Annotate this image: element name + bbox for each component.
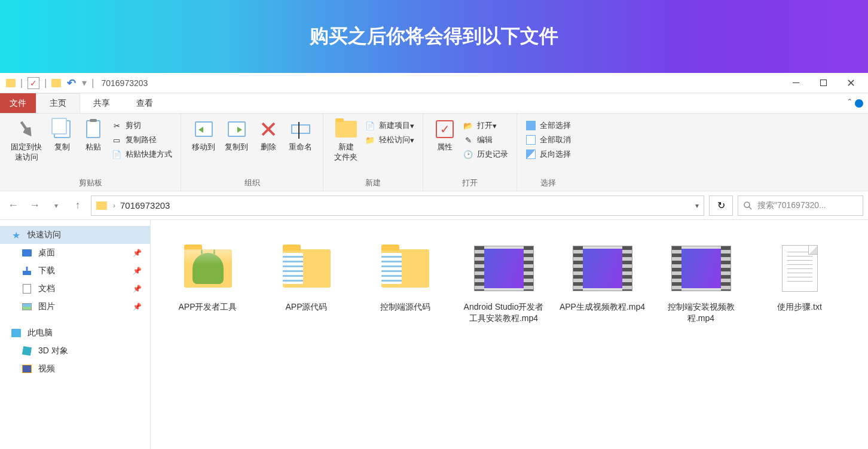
sidebar-item-documents[interactable]: 文档 📌	[0, 280, 150, 298]
sidebar-item-quick-access[interactable]: ★ 快速访问	[0, 226, 150, 244]
select-none-button[interactable]: 全部取消	[523, 133, 573, 147]
invert-selection-button[interactable]: 反向选择	[523, 147, 573, 161]
qat-checkbox-icon[interactable]: ✓	[27, 77, 39, 89]
file-item[interactable]: Android Studio开发者工具安装教程.mp4	[457, 237, 550, 326]
file-item[interactable]: 控制端源代码	[359, 237, 451, 326]
new-folder-button[interactable]: 新建 文件夹	[329, 116, 362, 165]
properties-icon: ✓	[436, 120, 454, 138]
paste-icon	[86, 120, 100, 138]
delete-icon	[260, 121, 277, 138]
folder-icon	[184, 249, 232, 288]
folder-icon	[335, 121, 357, 138]
paste-button[interactable]: 粘贴	[78, 116, 109, 155]
address-dropdown-icon[interactable]: ▾	[695, 201, 699, 210]
pin-icon: 📌	[133, 267, 142, 275]
back-button[interactable]: ←	[5, 197, 22, 214]
select-none-icon	[526, 135, 536, 145]
window-title: 7016973203	[101, 78, 148, 88]
address-bar-row: ← → ▾ ↑ › 7016973203 ▾ ↻ 搜索"701697320...	[0, 191, 868, 220]
copy-path-button[interactable]: ▭复制路径	[109, 133, 175, 147]
tab-file[interactable]: 文件	[0, 93, 36, 113]
ribbon-collapse[interactable]: ˆ	[848, 93, 868, 113]
ribbon-group-clipboard: 固定到快 速访问 复制 粘贴 ✂剪切 ▭复制路径 📄粘贴快捷方式 剪贴板	[0, 114, 181, 191]
rename-button[interactable]: 重命名	[284, 116, 317, 155]
address-bar[interactable]: › 7016973203 ▾	[91, 196, 704, 216]
select-all-button[interactable]: 全部选择	[523, 118, 573, 133]
easy-access-icon: 📁	[365, 135, 375, 145]
history-button[interactable]: 🕑历史记录	[460, 147, 511, 161]
copy-button[interactable]: 复制	[47, 116, 78, 155]
video-icon	[573, 246, 632, 291]
file-item[interactable]: 使用步骤.txt	[753, 237, 846, 326]
properties-button[interactable]: ✓ 属性	[429, 116, 460, 155]
copy-to-button[interactable]: 复制到	[220, 116, 253, 155]
file-item[interactable]: 控制端安装视频教程.mp4	[655, 237, 747, 326]
chevron-right-icon: ›	[113, 201, 115, 210]
pin-icon	[16, 118, 36, 140]
sidebar: ★ 快速访问 桌面 📌 下载 📌 文档 📌 图片 📌 此电脑	[0, 220, 151, 449]
invert-icon	[526, 149, 536, 159]
tab-share[interactable]: 共享	[80, 93, 123, 113]
file-item[interactable]: APP生成视频教程.mp4	[556, 237, 649, 326]
file-item[interactable]: APP源代码	[260, 237, 353, 326]
folder-icon	[283, 249, 331, 288]
ribbon-group-open: ✓ 属性 📂打开 ▾ ✎编辑 🕑历史记录 打开	[423, 114, 517, 191]
history-icon: 🕑	[463, 149, 473, 160]
svg-line-1	[749, 207, 751, 209]
maximize-button[interactable]	[809, 74, 837, 93]
shortcut-icon: 📄	[111, 149, 122, 160]
main-area: ★ 快速访问 桌面 📌 下载 📌 文档 📌 图片 📌 此电脑	[0, 220, 868, 449]
sidebar-item-pictures[interactable]: 图片 📌	[0, 298, 150, 316]
path-icon: ▭	[111, 135, 122, 145]
cut-button[interactable]: ✂剪切	[109, 118, 175, 133]
file-item[interactable]: APP开发者工具	[161, 237, 254, 326]
search-icon	[743, 201, 753, 210]
move-icon	[195, 121, 213, 137]
video-icon	[22, 365, 32, 373]
undo-icon[interactable]: ↶	[67, 77, 76, 90]
recent-dropdown[interactable]: ▾	[48, 197, 65, 214]
refresh-button[interactable]: ↻	[709, 196, 733, 216]
easy-access-button[interactable]: 📁轻松访问 ▾	[362, 133, 417, 147]
sidebar-item-downloads[interactable]: 下载 📌	[0, 262, 150, 280]
new-item-button[interactable]: 📄新建项目 ▾	[362, 118, 417, 133]
forward-button[interactable]: →	[26, 197, 43, 214]
pin-icon: 📌	[133, 303, 142, 311]
sidebar-item-desktop[interactable]: 桌面 📌	[0, 244, 150, 262]
text-file-icon	[782, 245, 818, 292]
ribbon-tabs: 文件 主页 共享 查看 ˆ	[0, 93, 868, 114]
open-button[interactable]: 📂打开 ▾	[460, 118, 511, 133]
download-icon	[23, 267, 31, 275]
minimize-button[interactable]	[782, 74, 809, 93]
pc-icon	[11, 329, 21, 337]
paste-shortcut-button[interactable]: 📄粘贴快捷方式	[109, 147, 175, 161]
banner-title: 购买之后你将会得到以下文件	[310, 23, 558, 50]
new-item-icon: 📄	[365, 120, 375, 131]
edit-button[interactable]: ✎编辑	[460, 133, 511, 147]
video-icon	[474, 246, 534, 291]
move-to-button[interactable]: 移动到	[187, 116, 220, 155]
video-icon	[671, 246, 731, 291]
up-button[interactable]: ↑	[69, 197, 86, 214]
sidebar-item-this-pc[interactable]: 此电脑	[0, 324, 150, 342]
pin-icon: 📌	[133, 249, 142, 257]
sidebar-item-3d-objects[interactable]: 3D 对象	[0, 342, 150, 360]
help-icon[interactable]	[855, 99, 863, 108]
qat-folder-icon[interactable]	[51, 79, 61, 87]
pin-to-quick-access-button[interactable]: 固定到快 速访问	[6, 116, 47, 165]
folder-icon	[381, 249, 429, 288]
search-input[interactable]: 搜索"701697320...	[738, 196, 863, 216]
copy-to-icon	[228, 121, 246, 137]
edit-icon: ✎	[463, 135, 473, 145]
tab-view[interactable]: 查看	[123, 93, 166, 113]
tab-home[interactable]: 主页	[36, 93, 80, 113]
file-view[interactable]: APP开发者工具 APP源代码 控制端源代码 Android Studio开发者…	[151, 220, 868, 449]
ribbon-group-organize: 移动到 复制到 删除 重命名 组织	[181, 114, 323, 191]
delete-button[interactable]: 删除	[253, 116, 284, 155]
promo-banner: 购买之后你将会得到以下文件	[0, 0, 868, 73]
document-icon	[23, 284, 31, 294]
close-button[interactable]: ✕	[837, 74, 864, 93]
sidebar-item-videos[interactable]: 视频	[0, 360, 150, 378]
pictures-icon	[22, 303, 32, 310]
copy-icon	[54, 120, 71, 138]
